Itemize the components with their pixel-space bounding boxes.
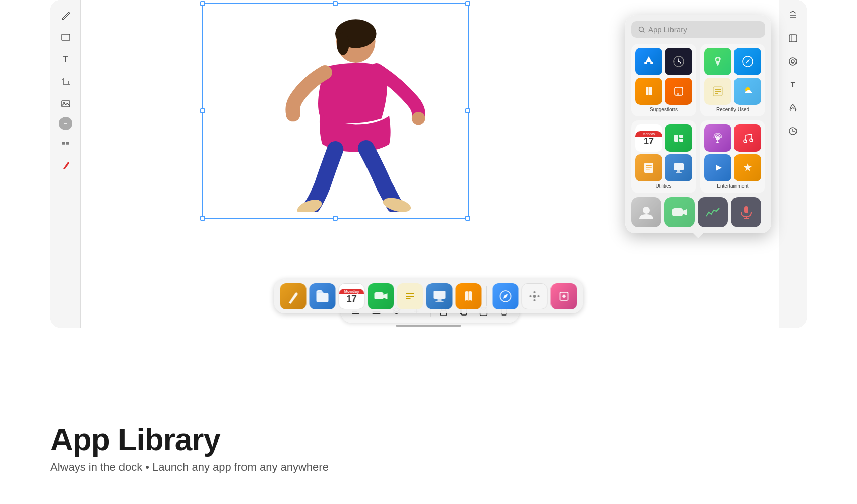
utilities-grid: Monday 17 xyxy=(635,124,692,181)
page-subtitle: Always in the dock • Launch any app from… xyxy=(50,461,329,474)
svg-point-72 xyxy=(533,295,536,298)
brush-tool[interactable] xyxy=(56,6,75,24)
svg-rect-62 xyxy=(375,292,384,299)
pen-tool[interactable] xyxy=(56,156,75,174)
svg-point-56 xyxy=(643,207,650,214)
svg-rect-44 xyxy=(646,165,652,166)
pages-icon[interactable] xyxy=(635,154,662,181)
contacts-partial-icon[interactable] xyxy=(631,197,661,227)
text-tool[interactable]: T xyxy=(56,50,75,69)
svg-point-53 xyxy=(744,140,747,143)
maps-icon[interactable] xyxy=(704,48,731,75)
numbers-icon[interactable] xyxy=(665,124,692,152)
right-tool-5[interactable] xyxy=(784,99,802,117)
safari-icon[interactable] xyxy=(734,48,761,75)
suggestions-grid: +− ×÷ xyxy=(635,48,692,105)
home-indicator xyxy=(396,325,461,327)
rectangle-tool[interactable] xyxy=(56,28,75,46)
svg-rect-41 xyxy=(679,135,683,138)
image-tool[interactable] xyxy=(56,95,75,113)
calculator-icon[interactable]: +− ×÷ xyxy=(665,78,692,105)
ipad-frame: T − ≡≡ xyxy=(50,0,807,328)
app-library-search[interactable]: App Library xyxy=(631,21,765,38)
dock-books[interactable] xyxy=(456,283,482,309)
svg-rect-67 xyxy=(434,291,446,299)
svg-rect-57 xyxy=(672,208,683,216)
svg-rect-68 xyxy=(438,299,442,301)
music-icon[interactable] xyxy=(734,124,761,152)
dock: Monday 17 xyxy=(274,279,583,313)
facetime-partial-icon[interactable] xyxy=(664,197,695,227)
svg-rect-1 xyxy=(62,101,70,107)
ruler-tool[interactable]: ≡≡ xyxy=(56,134,75,152)
right-tool-6[interactable] xyxy=(784,122,802,140)
entertainment-group[interactable]: Entertainment xyxy=(700,120,765,193)
right-tool-3[interactable] xyxy=(784,52,802,71)
recently-used-group[interactable]: Recently Used xyxy=(700,44,765,116)
dock-files[interactable] xyxy=(310,283,336,309)
ipad-screen: T − ≡≡ xyxy=(50,0,807,328)
popup-arrow xyxy=(693,233,703,238)
suggestions-group[interactable]: +− ×÷ Suggestions xyxy=(631,44,696,116)
svg-rect-58 xyxy=(744,206,748,213)
svg-rect-42 xyxy=(679,139,683,142)
svg-rect-0 xyxy=(62,34,70,40)
handle-bot-center[interactable] xyxy=(333,216,338,221)
svg-rect-45 xyxy=(646,167,652,168)
notes-icon[interactable] xyxy=(704,78,731,105)
handle-top-left[interactable] xyxy=(200,1,205,6)
svg-rect-47 xyxy=(674,163,684,170)
dock-calendar[interactable]: Monday 17 xyxy=(339,283,365,309)
voicememos-partial-icon[interactable] xyxy=(731,197,761,227)
search-placeholder-text: App Library xyxy=(648,25,687,34)
handle-top-right[interactable] xyxy=(465,1,470,6)
rewind-icon[interactable] xyxy=(734,154,761,181)
dock-shortcuts[interactable] xyxy=(551,283,577,309)
handle-mid-right[interactable] xyxy=(465,108,470,113)
dock-keynote[interactable] xyxy=(426,283,453,309)
svg-rect-49 xyxy=(676,172,682,173)
zoom-tool[interactable]: − xyxy=(59,117,72,130)
utilities-group[interactable]: Monday 17 xyxy=(631,120,696,193)
podcasts-icon[interactable] xyxy=(704,124,731,152)
right-tool-4[interactable]: T xyxy=(784,76,802,94)
dock-pencil-planner[interactable] xyxy=(280,283,307,309)
crop-tool[interactable] xyxy=(56,73,75,91)
clock-icon[interactable] xyxy=(665,48,692,75)
keynote-icon[interactable] xyxy=(665,154,692,181)
dock-settings-placeholder[interactable] xyxy=(522,283,548,309)
svg-rect-16 xyxy=(372,313,380,314)
selection-box[interactable] xyxy=(202,3,469,219)
handle-mid-left[interactable] xyxy=(200,108,205,113)
right-tool-2[interactable] xyxy=(784,29,802,47)
suggestions-label: Suggestions xyxy=(635,107,692,112)
books-icon[interactable] xyxy=(635,78,662,105)
svg-point-73 xyxy=(534,291,536,293)
dock-notes[interactable] xyxy=(397,283,423,309)
handle-bot-right[interactable] xyxy=(465,216,470,221)
utilities-label: Utilities xyxy=(635,183,692,189)
tvplus-icon[interactable] xyxy=(704,154,731,181)
entertainment-label: Entertainment xyxy=(704,183,761,189)
svg-rect-13 xyxy=(352,313,359,314)
svg-point-24 xyxy=(791,60,794,63)
app-library-popup: App Library xyxy=(625,15,771,233)
dock-safari[interactable] xyxy=(493,283,519,309)
calendar-icon[interactable]: Monday 17 xyxy=(635,124,662,152)
svg-rect-48 xyxy=(677,170,680,172)
right-toolbar: T xyxy=(779,0,807,328)
stocks-partial-icon[interactable] xyxy=(698,197,728,227)
svg-rect-69 xyxy=(436,301,444,302)
handle-top-center[interactable] xyxy=(333,1,338,6)
app-groups-row-2: Monday 17 xyxy=(631,120,765,193)
svg-point-74 xyxy=(534,299,536,301)
dock-facetime[interactable] xyxy=(368,283,394,309)
recently-used-label: Recently Used xyxy=(704,107,761,112)
app-store-icon[interactable] xyxy=(635,48,662,75)
svg-point-23 xyxy=(789,58,797,65)
svg-point-54 xyxy=(750,139,753,142)
right-tool-1[interactable] xyxy=(784,6,802,24)
weather-icon[interactable] xyxy=(734,78,761,105)
handle-bot-left[interactable] xyxy=(200,216,205,221)
svg-point-33 xyxy=(716,58,719,61)
